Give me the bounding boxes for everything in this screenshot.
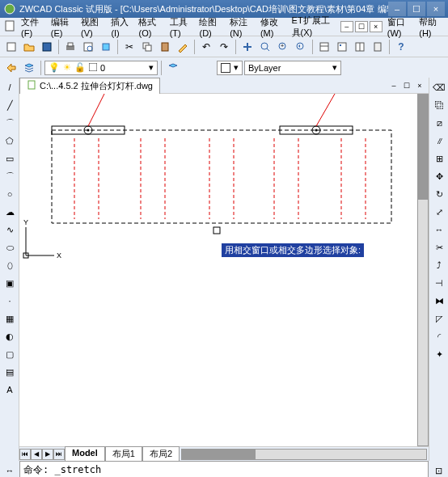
linetype-select[interactable]: ByLayer ▾ [244,61,341,75]
vertical-scrollbar[interactable] [417,94,429,446]
mirror-tool[interactable]: ⧄ [431,115,447,131]
paste-button[interactable] [157,39,173,55]
block-tool[interactable]: ▣ [2,275,18,291]
circle-tool[interactable]: ○ [2,186,18,202]
svg-rect-3 [43,43,51,51]
svg-text:+: + [281,43,284,49]
dist-tool[interactable]: ↔ [2,462,18,477]
tab-last-button[interactable]: ⏭ [53,449,65,460]
extend-tool[interactable]: ⤴ [431,257,447,273]
copy-tool[interactable]: ⿻ [431,97,447,113]
gradient-tool[interactable]: ◐ [2,328,18,344]
join-tool[interactable]: ⧓ [431,293,447,309]
menu-文件[interactable]: 文件(F) [18,15,46,40]
table-tool[interactable]: ▤ [2,364,18,380]
tab-restore-button[interactable]: ☐ [401,80,412,91]
print-button[interactable] [62,39,78,55]
design-center-button[interactable] [334,39,350,55]
sun-icon: ☀ [63,62,71,73]
trim-tool[interactable]: ✂ [431,239,447,255]
menu-格式[interactable]: 格式(O) [135,15,164,40]
move-tool[interactable]: ✥ [431,168,447,184]
menu-帮助[interactable]: 帮助(H) [416,15,445,40]
mdi-min-button[interactable]: – [340,21,353,32]
stretch-tool[interactable]: ↔ [431,222,447,238]
tool-palette-button[interactable] [352,39,368,55]
tab-next-button[interactable]: ▶ [42,449,53,460]
zoom-prev-button[interactable] [293,39,309,55]
revcloud-tool[interactable]: ☁ [2,204,18,220]
tab-first-button[interactable]: ⏮ [19,449,31,460]
line-tool[interactable]: / [2,79,18,95]
xline-tool[interactable]: ╱ [2,97,18,113]
rect-tool[interactable]: ▭ [2,150,18,167]
horizontal-scrollbar[interactable] [181,449,427,460]
tab-close-button[interactable]: × [414,80,425,91]
ellipse-arc-tool[interactable]: ⬯ [2,257,18,273]
region-tool[interactable]: ▢ [2,346,18,362]
menu-插入[interactable]: 插入(I) [108,15,133,40]
publish-button[interactable] [98,39,114,55]
layout-tab-布局1[interactable]: 布局1 [105,446,142,462]
calc-button[interactable] [370,39,386,55]
copy-button[interactable] [139,39,155,55]
offset-tool[interactable]: ⫽ [431,133,447,149]
new-button[interactable] [3,39,19,55]
layer-select[interactable]: 💡 ☀ 🔓 0 ▾ [44,61,158,75]
drawing-canvas[interactable]: X Y 用相交窗口或相交多边形选择对象: [19,94,417,446]
inq1-tool[interactable]: ⊡ [430,462,446,477]
menu-修改[interactable]: 修改(M) [257,15,287,40]
open-button[interactable] [21,39,37,55]
print-preview-button[interactable] [80,39,96,55]
hatch-tool[interactable]: ▦ [2,310,18,327]
help-button[interactable]: ? [393,39,409,55]
point-tool[interactable]: · [2,293,18,309]
polygon-tool[interactable]: ⬠ [2,133,18,149]
pan-button[interactable] [239,39,256,55]
layer-prev-button[interactable] [3,60,19,76]
mdi-close-button[interactable]: × [370,21,382,32]
redo-button[interactable]: ↷ [216,39,232,55]
menu-视图[interactable]: 视图(V) [78,15,106,40]
scale-tool[interactable]: ⤢ [431,204,447,220]
properties-button[interactable] [316,39,332,55]
chamfer-tool[interactable]: ◸ [431,310,447,327]
layer-iso-button[interactable] [165,60,181,76]
array-tool[interactable]: ⊞ [431,150,447,167]
pline-tool[interactable]: ⌒ [2,115,18,131]
doc-icon [3,19,16,34]
menu-窗口[interactable]: 窗口(W) [384,15,415,40]
ellipse-tool[interactable]: ⬭ [2,239,18,255]
menu-编辑[interactable]: 编辑(E) [48,15,76,40]
menu-标注[interactable]: 标注(N) [226,15,256,40]
explode-tool[interactable]: ✦ [431,346,447,362]
lightbulb-icon: 💡 [49,62,60,73]
svg-rect-23 [374,43,381,51]
color-select[interactable]: ▾ [217,61,243,75]
break-tool[interactable]: ⊣ [431,275,447,291]
fillet-tool[interactable]: ◜ [431,328,447,344]
layer-manager-button[interactable] [21,60,37,76]
erase-tool[interactable]: ⌫ [431,79,447,95]
layout-tab-model[interactable]: Model [65,446,105,462]
menu-绘图[interactable]: 绘图(D) [196,15,225,40]
spline-tool[interactable]: ∿ [2,222,18,238]
zoom-realtime-button[interactable] [257,39,273,55]
document-tab[interactable]: C:\...4.5.2 拉伸台灯灯杆.dwg [19,78,160,94]
tab-min-button[interactable]: – [388,80,399,91]
arc-tool[interactable]: ⌒ [2,168,18,184]
zoom-window-button[interactable]: + [275,39,291,55]
tab-prev-button[interactable]: ◀ [31,449,42,460]
menu-et扩展工具[interactable]: ET扩展工具(X) [289,13,339,40]
mdi-restore-button[interactable]: ☐ [355,21,368,32]
cut-button[interactable]: ✂ [121,39,137,55]
save-button[interactable] [39,39,55,55]
layout-tab-布局2[interactable]: 布局2 [142,446,180,462]
match-button[interactable] [175,39,191,55]
menu-工具[interactable]: 工具(T) [167,15,195,40]
svg-text:Y: Y [23,218,28,226]
text-tool[interactable]: A [2,382,18,398]
rotate-tool[interactable]: ↻ [431,186,447,202]
undo-button[interactable]: ↶ [198,39,214,55]
svg-line-33 [88,94,104,126]
